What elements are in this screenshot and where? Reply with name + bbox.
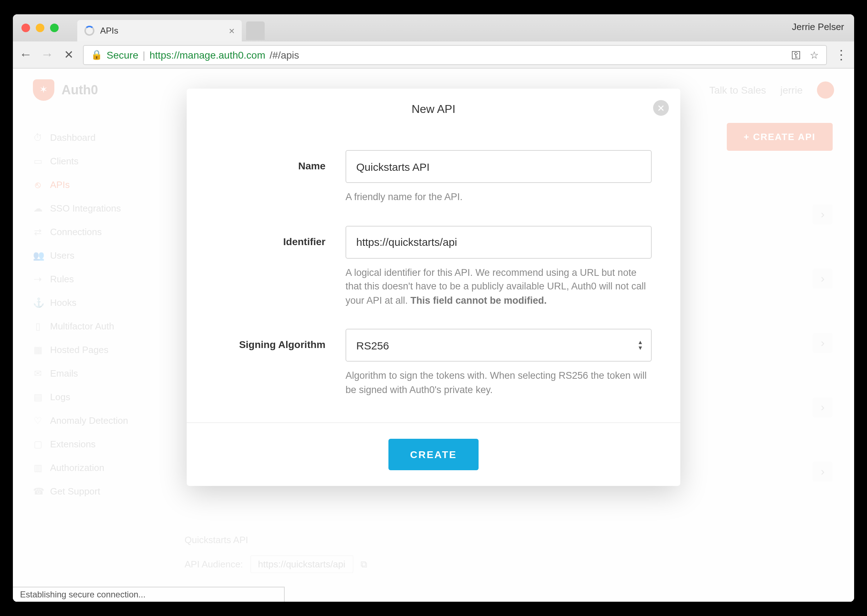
signing-algorithm-label: Signing Algorithm (215, 329, 325, 397)
window-zoom-button[interactable] (50, 24, 59, 32)
address-bar[interactable]: 🔒 Secure | https://manage.auth0.com/#/ap… (83, 45, 827, 65)
chevron-updown-icon: ▲▼ (637, 340, 643, 351)
create-button[interactable]: CREATE (388, 439, 478, 471)
name-input[interactable] (345, 150, 652, 183)
modal-title: New API (412, 103, 456, 115)
close-icon: ✕ (657, 102, 665, 113)
window-minimize-button[interactable] (36, 24, 44, 32)
modal-overlay: New API ✕ Name A friendly name for the A… (13, 69, 854, 602)
identifier-help: A logical identifier for this API. We re… (345, 266, 652, 307)
stop-reload-icon[interactable]: ✕ (61, 48, 76, 61)
url-host: https://manage.auth0.com (150, 49, 265, 60)
window-controls (22, 24, 59, 32)
name-help: A friendly name for the API. (345, 190, 652, 204)
browser-menu-icon[interactable]: ⋮ (834, 47, 848, 63)
modal-header: New API ✕ (187, 89, 680, 129)
identifier-input[interactable] (345, 225, 652, 258)
connection-status-tooltip: Establishing secure connection... (13, 587, 285, 602)
modal-close-button[interactable]: ✕ (653, 100, 669, 116)
loading-spinner-icon (84, 26, 95, 36)
page-viewport: Auth0 Talk to Sales jerrie ⏱Dashboard ▭C… (13, 69, 854, 602)
signing-algorithm-select[interactable]: ▲▼ (345, 329, 652, 362)
name-label: Name (215, 150, 325, 204)
key-icon[interactable]: ⚿ (791, 49, 801, 60)
identifier-label: Identifier (215, 225, 325, 307)
url-path: /#/apis (270, 49, 300, 60)
signing-algorithm-help: Algorithm to sign the tokens with. When … (345, 369, 652, 397)
secure-label: Secure (107, 49, 139, 60)
forward-button-icon[interactable]: → (40, 47, 54, 62)
new-tab-button[interactable] (246, 22, 265, 40)
browser-window: APIs × Jerrie Pelser ← → ✕ 🔒 Secure | ht… (13, 14, 854, 602)
lock-icon: 🔒 (91, 49, 102, 60)
browser-tabstrip: APIs × Jerrie Pelser (13, 14, 854, 41)
tab-title: APIs (100, 26, 118, 36)
browser-profile-name[interactable]: Jerrie Pelser (792, 22, 844, 32)
bookmark-star-icon[interactable]: ☆ (810, 49, 819, 60)
browser-toolbar: ← → ✕ 🔒 Secure | https://manage.auth0.co… (13, 41, 854, 69)
back-button-icon[interactable]: ← (19, 47, 33, 62)
browser-tab[interactable]: APIs × (77, 20, 242, 41)
new-api-modal: New API ✕ Name A friendly name for the A… (187, 89, 680, 486)
window-close-button[interactable] (22, 24, 30, 32)
tab-close-icon[interactable]: × (229, 25, 235, 36)
